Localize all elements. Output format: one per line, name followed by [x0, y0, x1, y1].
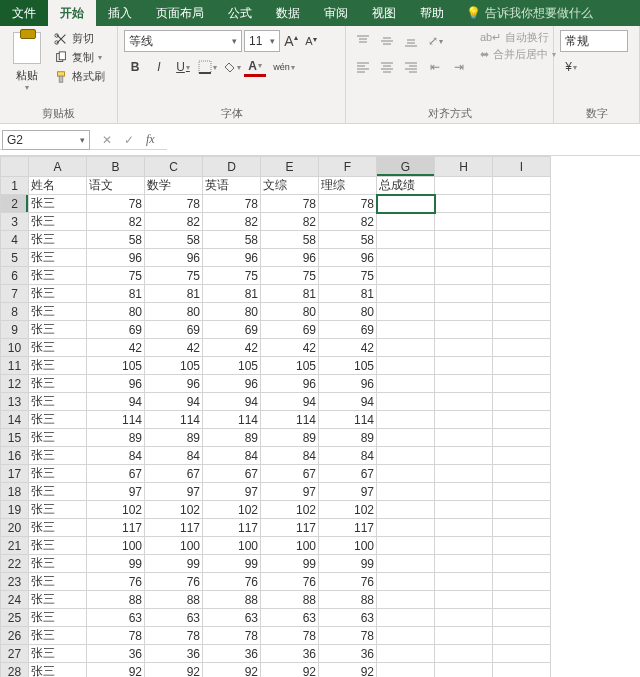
cell-B15[interactable]: 89 [87, 429, 145, 447]
border-button[interactable]: ▾ [196, 56, 218, 78]
cell-E4[interactable]: 58 [261, 231, 319, 249]
cell-F19[interactable]: 102 [319, 501, 377, 519]
row-header-8[interactable]: 8 [1, 303, 29, 321]
decrease-font-button[interactable]: A▾ [302, 30, 320, 52]
cell-C18[interactable]: 97 [145, 483, 203, 501]
cell-D2[interactable]: 78 [203, 195, 261, 213]
row-header-19[interactable]: 19 [1, 501, 29, 519]
spreadsheet-grid[interactable]: ABCDEFGHI1姓名语文数学英语文综理综总成绩2张三78787878783张… [0, 156, 640, 677]
cell-D11[interactable]: 105 [203, 357, 261, 375]
cell-I20[interactable] [493, 519, 551, 537]
row-header-9[interactable]: 9 [1, 321, 29, 339]
cell-H27[interactable] [435, 645, 493, 663]
cell-A21[interactable]: 张三 [29, 537, 87, 555]
tab-view[interactable]: 视图 [360, 0, 408, 26]
cell-H25[interactable] [435, 609, 493, 627]
row-header-14[interactable]: 14 [1, 411, 29, 429]
cell-F18[interactable]: 97 [319, 483, 377, 501]
cell-C11[interactable]: 105 [145, 357, 203, 375]
cell-H7[interactable] [435, 285, 493, 303]
cell-D16[interactable]: 84 [203, 447, 261, 465]
cell-B8[interactable]: 80 [87, 303, 145, 321]
cell-B18[interactable]: 97 [87, 483, 145, 501]
cell-F14[interactable]: 114 [319, 411, 377, 429]
wrap-text-button[interactable]: ab↵ 自动换行 [480, 30, 556, 45]
cell-H15[interactable] [435, 429, 493, 447]
cell-G15[interactable] [377, 429, 435, 447]
cell-C6[interactable]: 75 [145, 267, 203, 285]
cell-F13[interactable]: 94 [319, 393, 377, 411]
row-header-25[interactable]: 25 [1, 609, 29, 627]
row-header-10[interactable]: 10 [1, 339, 29, 357]
cut-button[interactable]: 剪切 [52, 30, 107, 47]
cell-D22[interactable]: 99 [203, 555, 261, 573]
row-header-26[interactable]: 26 [1, 627, 29, 645]
row-header-27[interactable]: 27 [1, 645, 29, 663]
cell-C7[interactable]: 81 [145, 285, 203, 303]
cell-D20[interactable]: 117 [203, 519, 261, 537]
cell-D23[interactable]: 76 [203, 573, 261, 591]
row-header-23[interactable]: 23 [1, 573, 29, 591]
cell-G6[interactable] [377, 267, 435, 285]
cell-E12[interactable]: 96 [261, 375, 319, 393]
cell-A27[interactable]: 张三 [29, 645, 87, 663]
cell-E8[interactable]: 80 [261, 303, 319, 321]
row-header-28[interactable]: 28 [1, 663, 29, 678]
cell-B25[interactable]: 63 [87, 609, 145, 627]
cell-E18[interactable]: 97 [261, 483, 319, 501]
cell-D1[interactable]: 英语 [203, 177, 261, 195]
cell-C17[interactable]: 67 [145, 465, 203, 483]
row-header-17[interactable]: 17 [1, 465, 29, 483]
cell-H6[interactable] [435, 267, 493, 285]
cancel-formula-icon[interactable]: ✕ [102, 133, 112, 147]
row-header-2[interactable]: 2 [1, 195, 29, 213]
cell-D9[interactable]: 69 [203, 321, 261, 339]
cell-C21[interactable]: 100 [145, 537, 203, 555]
cell-B23[interactable]: 76 [87, 573, 145, 591]
cell-D5[interactable]: 96 [203, 249, 261, 267]
cell-H26[interactable] [435, 627, 493, 645]
cell-B6[interactable]: 75 [87, 267, 145, 285]
cell-E22[interactable]: 99 [261, 555, 319, 573]
tab-insert[interactable]: 插入 [96, 0, 144, 26]
cell-G4[interactable] [377, 231, 435, 249]
cell-H16[interactable] [435, 447, 493, 465]
cell-H8[interactable] [435, 303, 493, 321]
cell-C10[interactable]: 42 [145, 339, 203, 357]
column-header-I[interactable]: I [493, 157, 551, 177]
align-right-button[interactable] [400, 56, 422, 78]
cell-F23[interactable]: 76 [319, 573, 377, 591]
tab-help[interactable]: 帮助 [408, 0, 456, 26]
cell-C19[interactable]: 102 [145, 501, 203, 519]
cell-A9[interactable]: 张三 [29, 321, 87, 339]
cell-E9[interactable]: 69 [261, 321, 319, 339]
cell-F25[interactable]: 63 [319, 609, 377, 627]
cell-H28[interactable] [435, 663, 493, 678]
cell-A19[interactable]: 张三 [29, 501, 87, 519]
cell-I10[interactable] [493, 339, 551, 357]
paste-button[interactable]: 粘贴 ▾ [6, 30, 48, 94]
cell-E11[interactable]: 105 [261, 357, 319, 375]
cell-G16[interactable] [377, 447, 435, 465]
cell-G1[interactable]: 总成绩 [377, 177, 435, 195]
cell-F21[interactable]: 100 [319, 537, 377, 555]
cell-A7[interactable]: 张三 [29, 285, 87, 303]
cell-H13[interactable] [435, 393, 493, 411]
cell-E20[interactable]: 117 [261, 519, 319, 537]
column-header-F[interactable]: F [319, 157, 377, 177]
tab-review[interactable]: 审阅 [312, 0, 360, 26]
cell-G23[interactable] [377, 573, 435, 591]
cell-B3[interactable]: 82 [87, 213, 145, 231]
cell-C25[interactable]: 63 [145, 609, 203, 627]
cell-D13[interactable]: 94 [203, 393, 261, 411]
cell-G19[interactable] [377, 501, 435, 519]
align-top-button[interactable] [352, 30, 374, 52]
cell-C13[interactable]: 94 [145, 393, 203, 411]
cell-C4[interactable]: 58 [145, 231, 203, 249]
cell-F5[interactable]: 96 [319, 249, 377, 267]
cell-I7[interactable] [493, 285, 551, 303]
bold-button[interactable]: B [124, 56, 146, 78]
cell-G9[interactable] [377, 321, 435, 339]
cell-G10[interactable] [377, 339, 435, 357]
cell-C27[interactable]: 36 [145, 645, 203, 663]
